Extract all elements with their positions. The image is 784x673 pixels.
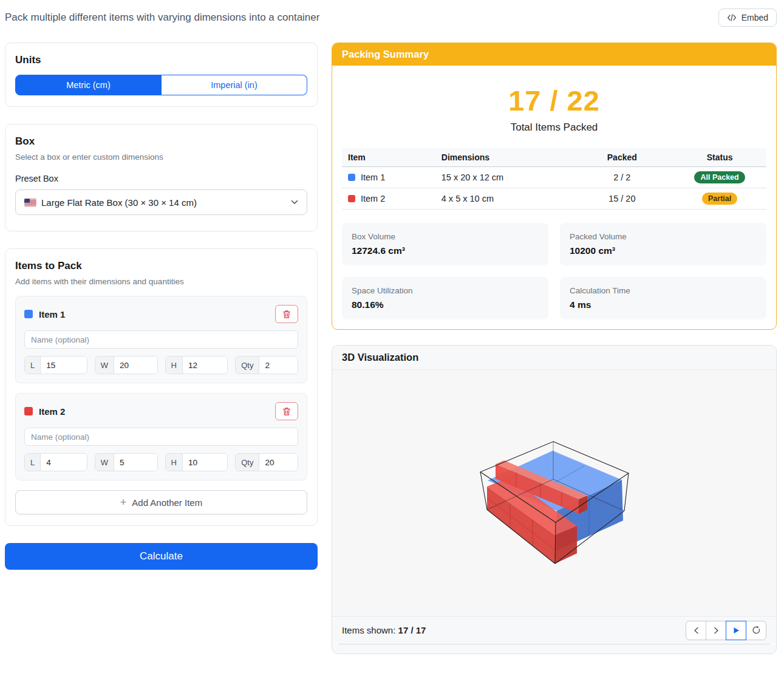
stats-grid: Box Volume 12724.6 cm³ Packed Volume 102… bbox=[342, 223, 766, 319]
playback-controls bbox=[686, 621, 766, 640]
height-label: H bbox=[166, 454, 183, 471]
qty-label: Qty bbox=[236, 454, 259, 471]
top-bar: Pack multiple different items with varyi… bbox=[0, 0, 784, 27]
page-title: Pack multiple different items with varyi… bbox=[5, 12, 319, 24]
length-field: L bbox=[24, 453, 87, 471]
preset-box-select[interactable]: Large Flat Rate Box (30 × 30 × 14 cm) bbox=[15, 190, 307, 215]
embed-button[interactable]: Embed bbox=[718, 9, 777, 27]
packing-results-table: Item Dimensions Packed Status Item 1 15 … bbox=[342, 148, 766, 210]
packing-3d-scene bbox=[449, 394, 668, 595]
row-item-name: Item 2 bbox=[361, 194, 385, 203]
col-status: Status bbox=[673, 148, 766, 167]
total-packed-label: Total Items Packed bbox=[342, 121, 766, 134]
embed-button-label: Embed bbox=[741, 13, 768, 22]
qty-label: Qty bbox=[236, 357, 259, 374]
visualization-card: 3D Visualization bbox=[332, 345, 777, 654]
item-card-1: Item 1 L W bbox=[15, 296, 307, 383]
units-heading: Units bbox=[15, 54, 307, 66]
item-name-input[interactable] bbox=[24, 330, 298, 349]
item-color-swatch bbox=[24, 407, 33, 415]
qty-field: Qty bbox=[235, 356, 298, 374]
preset-box-value: Large Flat Rate Box (30 × 30 × 14 cm) bbox=[41, 197, 197, 208]
packing-summary-header: Packing Summary bbox=[332, 43, 776, 66]
item-card-2: Item 2 L W bbox=[15, 393, 307, 480]
row-item-name: Item 1 bbox=[361, 173, 385, 182]
stat-calculation-time: Calculation Time 4 ms bbox=[560, 277, 766, 319]
status-badge: Partial bbox=[702, 193, 737, 205]
items-subtitle: Add items with their dimensions and quan… bbox=[15, 277, 307, 286]
reset-view-button[interactable] bbox=[746, 621, 766, 640]
row-packed: 2 / 2 bbox=[571, 167, 673, 188]
prev-step-button[interactable] bbox=[686, 621, 706, 640]
delete-item-button[interactable] bbox=[275, 305, 298, 323]
items-shown-value: 17 / 17 bbox=[398, 625, 426, 635]
play-button[interactable] bbox=[726, 621, 746, 640]
items-card: Items to Pack Add items with their dimen… bbox=[5, 248, 318, 526]
length-input[interactable] bbox=[41, 454, 87, 471]
qty-input[interactable] bbox=[259, 454, 298, 471]
item-color-swatch bbox=[348, 174, 355, 181]
calculate-button[interactable]: Calculate bbox=[5, 543, 318, 570]
play-icon bbox=[733, 627, 740, 634]
box-heading: Box bbox=[15, 135, 307, 148]
trash-icon bbox=[282, 310, 291, 319]
metric-toggle-button[interactable]: Metric (cm) bbox=[15, 75, 162, 95]
rotate-ccw-icon bbox=[752, 626, 761, 635]
status-badge: All Packed bbox=[694, 171, 745, 183]
row-packed: 15 / 20 bbox=[571, 188, 673, 210]
viz-bottom-strip bbox=[332, 644, 776, 654]
row-dimensions: 15 x 20 x 12 cm bbox=[435, 167, 571, 188]
box-card: Box Select a box or enter custom dimensi… bbox=[5, 124, 318, 231]
chevron-right-icon bbox=[714, 627, 719, 634]
viz-footer: Items shown: 17 / 17 bbox=[332, 616, 776, 644]
preset-box-label: Preset Box bbox=[15, 174, 307, 183]
visualization-header: 3D Visualization bbox=[332, 346, 776, 370]
settings-column: Units Metric (cm) Imperial (in) Box Sele… bbox=[5, 43, 318, 570]
col-item: Item bbox=[342, 148, 435, 167]
table-header-row: Item Dimensions Packed Status bbox=[342, 148, 766, 167]
box-subtitle: Select a box or enter custom dimensions bbox=[15, 152, 307, 162]
qty-field: Qty bbox=[235, 453, 298, 471]
total-packed-count: 17 / 22 bbox=[342, 84, 766, 117]
col-dimensions: Dimensions bbox=[435, 148, 571, 167]
items-heading: Items to Pack bbox=[15, 260, 307, 272]
length-input[interactable] bbox=[41, 357, 87, 374]
item-title: Item 1 bbox=[39, 309, 269, 319]
item-title: Item 2 bbox=[39, 406, 269, 417]
length-field: L bbox=[24, 356, 87, 374]
item-color-swatch bbox=[24, 310, 33, 318]
imperial-toggle-button[interactable]: Imperial (in) bbox=[162, 75, 307, 95]
width-field: W bbox=[95, 453, 158, 471]
items-shown: Items shown: 17 / 17 bbox=[342, 625, 426, 635]
chevron-down-icon bbox=[291, 200, 298, 205]
height-input[interactable] bbox=[183, 357, 227, 374]
items-shown-label: Items shown: bbox=[342, 625, 395, 635]
height-field: H bbox=[165, 453, 228, 471]
width-field: W bbox=[95, 356, 158, 374]
units-toggle: Metric (cm) Imperial (in) bbox=[15, 75, 307, 95]
col-packed: Packed bbox=[571, 148, 673, 167]
chevron-left-icon bbox=[694, 627, 699, 634]
width-input[interactable] bbox=[114, 454, 157, 471]
row-dimensions: 4 x 5 x 10 cm bbox=[435, 188, 571, 210]
units-card: Units Metric (cm) Imperial (in) bbox=[5, 43, 318, 107]
results-column: Packing Summary 17 / 22 Total Items Pack… bbox=[332, 43, 777, 654]
viz-canvas-3d[interactable] bbox=[332, 370, 776, 616]
add-item-button[interactable]: + Add Another Item bbox=[15, 490, 307, 514]
table-row: Item 1 15 x 20 x 12 cm 2 / 2 All Packed bbox=[342, 167, 766, 188]
delete-item-button[interactable] bbox=[275, 402, 298, 420]
item-name-input[interactable] bbox=[24, 428, 298, 446]
stat-space-utilization: Space Utilization 80.16% bbox=[342, 277, 548, 319]
qty-input[interactable] bbox=[259, 357, 298, 374]
plus-icon: + bbox=[120, 497, 127, 508]
add-item-label: Add Another Item bbox=[132, 497, 202, 508]
table-row: Item 2 4 x 5 x 10 cm 15 / 20 Partial bbox=[342, 188, 766, 210]
height-input[interactable] bbox=[183, 454, 227, 471]
width-label: W bbox=[95, 357, 114, 374]
us-flag-icon bbox=[24, 199, 36, 207]
width-input[interactable] bbox=[114, 357, 157, 374]
height-field: H bbox=[165, 356, 228, 374]
next-step-button[interactable] bbox=[706, 621, 726, 640]
code-icon bbox=[727, 13, 737, 22]
packing-summary-card: Packing Summary 17 / 22 Total Items Pack… bbox=[332, 43, 777, 330]
